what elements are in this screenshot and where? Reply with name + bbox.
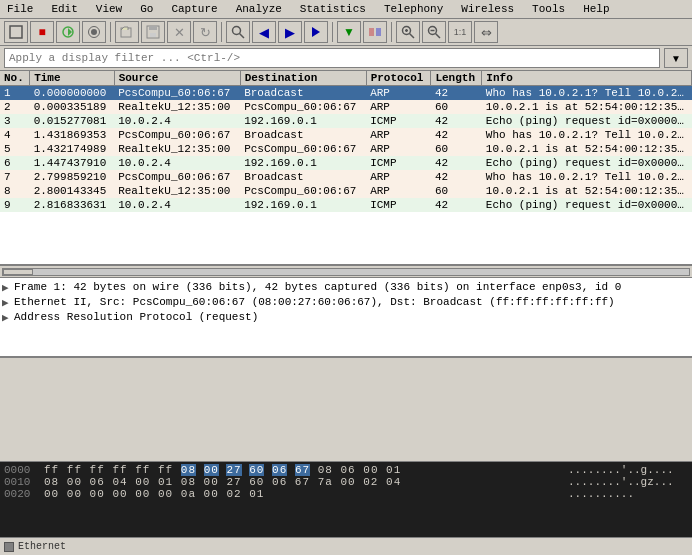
- hex-byte-highlight: 60: [249, 464, 264, 476]
- capture-options-button[interactable]: [82, 21, 106, 43]
- zoom-reset-button[interactable]: 1:1: [448, 21, 472, 43]
- svg-rect-12: [369, 28, 374, 36]
- toolbar-sep-4: [391, 22, 392, 42]
- table-row[interactable]: 30.01527708110.0.2.4192.169.0.1ICMP42Ech…: [0, 114, 692, 128]
- close-file-button[interactable]: ✕: [167, 21, 191, 43]
- col-no: No.: [0, 71, 30, 86]
- table-row[interactable]: 82.800143345RealtekU_12:35:00PcsCompu_60…: [0, 184, 692, 198]
- hex-byte-highlight: 27: [226, 464, 241, 476]
- svg-line-17: [410, 34, 415, 39]
- next-packet-button[interactable]: ▶: [278, 21, 302, 43]
- packet-table-body: 10.000000000PcsCompu_60:06:67BroadcastAR…: [0, 86, 692, 213]
- svg-rect-7: [149, 26, 157, 30]
- detail-text: Ethernet II, Src: PcsCompu_60:06:67 (08:…: [14, 296, 615, 308]
- col-info: Info: [482, 71, 692, 86]
- expand-icon[interactable]: ▶: [2, 311, 14, 324]
- detail-item[interactable]: ▶ Address Resolution Protocol (request): [2, 310, 690, 325]
- status-indicator: [4, 542, 14, 552]
- expand-icon[interactable]: ▶: [2, 296, 14, 309]
- packet-table: No. Time Source Destination Protocol Len…: [0, 71, 692, 212]
- table-row[interactable]: 20.000335189RealtekU_12:35:00PcsCompu_60…: [0, 100, 692, 114]
- detail-text: Address Resolution Protocol (request): [14, 311, 258, 323]
- menu-statistics[interactable]: Statistics: [297, 2, 369, 16]
- empty-area: [0, 358, 692, 462]
- detail-text: Frame 1: 42 bytes on wire (336 bits), 42…: [14, 281, 621, 293]
- hex-offset: 0000: [4, 464, 36, 476]
- table-row[interactable]: 92.81683363110.0.2.4192.169.0.1ICMP42Ech…: [0, 198, 692, 212]
- hex-ascii: ........'..gz...: [568, 476, 688, 488]
- hex-ascii: ........'..g....: [568, 464, 688, 476]
- packet-table-header: No. Time Source Destination Protocol Len…: [0, 71, 692, 86]
- menu-edit[interactable]: Edit: [48, 2, 80, 16]
- col-length: Length: [431, 71, 482, 86]
- svg-line-20: [436, 34, 441, 39]
- colorize-button[interactable]: [363, 21, 387, 43]
- hscroll-thumb[interactable]: [3, 269, 33, 275]
- filter-arrow-button[interactable]: ▼: [664, 48, 688, 68]
- status-ethernet: Ethernet: [18, 541, 66, 552]
- toolbar-sep-3: [332, 22, 333, 42]
- menu-telephony[interactable]: Telephony: [381, 2, 446, 16]
- col-source: Source: [114, 71, 240, 86]
- svg-rect-13: [376, 28, 381, 36]
- reload-button[interactable]: ↻: [193, 21, 217, 43]
- packet-list-container[interactable]: No. Time Source Destination Protocol Len…: [0, 71, 692, 266]
- menu-wireless[interactable]: Wireless: [458, 2, 517, 16]
- hex-ascii: ..........: [568, 488, 688, 500]
- save-file-button[interactable]: [141, 21, 165, 43]
- resize-columns-button[interactable]: ⇔: [474, 21, 498, 43]
- detail-item[interactable]: ▶ Frame 1: 42 bytes on wire (336 bits), …: [2, 280, 690, 295]
- svg-marker-11: [312, 27, 320, 37]
- filter-bar: ▼: [0, 46, 692, 71]
- menu-view[interactable]: View: [93, 2, 125, 16]
- menu-help[interactable]: Help: [580, 2, 612, 16]
- svg-rect-8: [150, 33, 156, 37]
- stop-capture-button[interactable]: ■: [30, 21, 54, 43]
- menu-go[interactable]: Go: [137, 2, 156, 16]
- status-bar: Ethernet: [0, 537, 692, 555]
- svg-line-10: [240, 34, 245, 39]
- hex-bytes: ff ff ff ff ff ff 08 00 27 60 06 67 08 0…: [44, 464, 560, 476]
- svg-rect-0: [10, 26, 22, 38]
- toolbar-sep-1: [110, 22, 111, 42]
- hex-bytes: 00 00 00 00 00 00 0a 00 02 01: [44, 488, 560, 500]
- prev-packet-button[interactable]: ◀: [252, 21, 276, 43]
- expand-icon[interactable]: ▶: [2, 281, 14, 294]
- table-row[interactable]: 72.799859210PcsCompu_60:06:67BroadcastAR…: [0, 170, 692, 184]
- restart-capture-button[interactable]: [56, 21, 80, 43]
- hex-byte-highlight: 08: [181, 464, 196, 476]
- detail-item[interactable]: ▶ Ethernet II, Src: PcsCompu_60:06:67 (0…: [2, 295, 690, 310]
- zoom-out-button[interactable]: [422, 21, 446, 43]
- packet-detail: ▶ Frame 1: 42 bytes on wire (336 bits), …: [0, 278, 692, 358]
- table-row[interactable]: 51.432174989RealtekU_12:35:00PcsCompu_60…: [0, 142, 692, 156]
- hex-byte-highlight: 00: [204, 464, 219, 476]
- hex-row: 002000 00 00 00 00 00 0a 00 02 01.......…: [4, 488, 688, 500]
- hex-dump: 0000ff ff ff ff ff ff 08 00 27 60 06 67 …: [0, 462, 692, 537]
- table-row[interactable]: 61.44743791010.0.2.4192.169.0.1ICMP42Ech…: [0, 156, 692, 170]
- menu-capture[interactable]: Capture: [168, 2, 220, 16]
- table-row[interactable]: 41.431869353PcsCompu_60:06:67BroadcastAR…: [0, 128, 692, 142]
- toolbar-sep-2: [221, 22, 222, 42]
- open-file-button[interactable]: [115, 21, 139, 43]
- new-capture-button[interactable]: [4, 21, 28, 43]
- hex-byte-highlight: 67: [295, 464, 310, 476]
- hex-offset: 0010: [4, 476, 36, 488]
- filter-input[interactable]: [4, 48, 660, 68]
- menu-tools[interactable]: Tools: [529, 2, 568, 16]
- zoom-in-button[interactable]: [396, 21, 420, 43]
- hex-bytes: 08 00 06 04 00 01 08 00 27 60 06 67 7a 0…: [44, 476, 560, 488]
- hscroll-track[interactable]: [2, 268, 690, 276]
- menu-bar: File Edit View Go Capture Analyze Statis…: [0, 0, 692, 19]
- hscroll-bar[interactable]: [0, 266, 692, 278]
- col-protocol: Protocol: [366, 71, 431, 86]
- hex-row: 0000ff ff ff ff ff ff 08 00 27 60 06 67 …: [4, 464, 688, 476]
- col-time: Time: [30, 71, 114, 86]
- hex-byte-highlight: 06: [272, 464, 287, 476]
- scroll-live-button[interactable]: ▼: [337, 21, 361, 43]
- find-packet-button[interactable]: [226, 21, 250, 43]
- toolbar: ■ ✕ ↻ ◀ ▶ ▼ 1:1: [0, 19, 692, 46]
- menu-file[interactable]: File: [4, 2, 36, 16]
- table-row[interactable]: 10.000000000PcsCompu_60:06:67BroadcastAR…: [0, 86, 692, 101]
- menu-analyze[interactable]: Analyze: [233, 2, 285, 16]
- go-to-packet-button[interactable]: [304, 21, 328, 43]
